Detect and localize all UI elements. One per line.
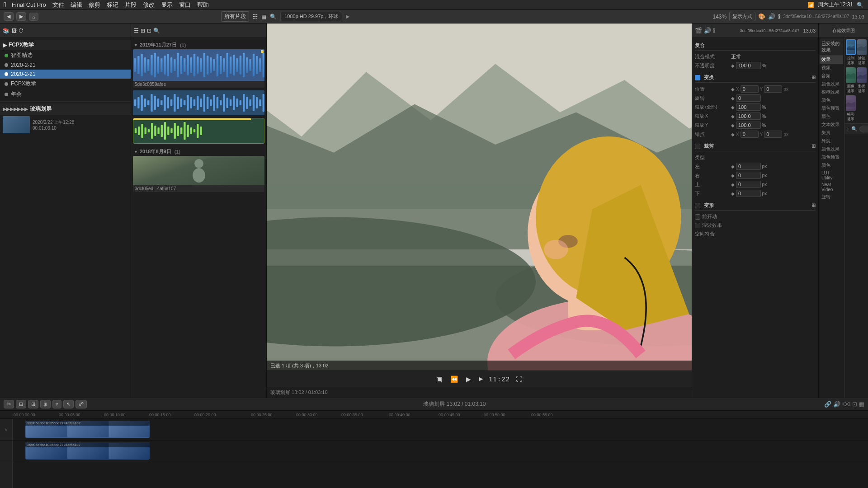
home-button[interactable]: ⌂ — [29, 13, 38, 21]
library-fcpx-header[interactable]: ▶ FCPX教学 — [0, 40, 131, 50]
loop-btn[interactable]: ▶ — [477, 375, 485, 383]
preset-selector[interactable]: 所有片段 — [221, 11, 249, 22]
effect-thumb-2[interactable]: 滤波遮罩 — [857, 39, 867, 66]
sidebar-item-nianhui[interactable]: 年会 — [0, 89, 131, 99]
menu-file[interactable]: 文件 — [52, 1, 64, 9]
browser-filter-icon[interactable]: ⊡ — [147, 28, 151, 34]
back-button[interactable]: ◀ — [4, 12, 14, 21]
menu-mark[interactable]: 标记 — [107, 1, 118, 9]
browser-search-icon[interactable]: 🔍 — [153, 28, 160, 34]
pos-y-input[interactable] — [764, 85, 782, 93]
sidebar-item-2020-1[interactable]: 2020-2-21 — [0, 61, 131, 70]
scale-input[interactable] — [736, 103, 761, 111]
scale-y-input[interactable] — [736, 122, 761, 129]
pos-x-input[interactable] — [741, 85, 759, 93]
effect-cat-effects[interactable]: 效果 — [820, 56, 843, 64]
crop-toggle[interactable] — [695, 144, 700, 149]
crop-bottom-input[interactable] — [736, 190, 761, 197]
rotation-input[interactable] — [736, 94, 761, 102]
sidebar-item-2020-2[interactable]: 2020-2-21 — [0, 70, 131, 79]
clip-appearance[interactable]: ▦ — [261, 14, 266, 20]
transform-toggle[interactable] — [695, 75, 700, 80]
effect-cat-color-preset2[interactable]: 颜色预置 — [820, 153, 843, 161]
timeline-insert-btn[interactable]: ⊕ — [40, 400, 51, 408]
effect-cat-lut[interactable]: LUT Utility — [820, 169, 843, 181]
distort-reset[interactable]: ⊞ — [811, 202, 816, 208]
timeline-tools-btn[interactable]: ▿ — [52, 400, 61, 408]
effect-thumb-4[interactable]: 形状遮罩 — [857, 67, 867, 94]
search-icon[interactable]: 🔍 — [270, 14, 277, 20]
effect-cat-video[interactable]: 视频 — [820, 64, 843, 72]
effect-cat-neat[interactable]: Neat Video — [820, 181, 843, 193]
menu-modify[interactable]: 修改 — [143, 1, 155, 9]
menu-finalcutpro[interactable]: Final Cut Pro — [12, 1, 46, 8]
clip-main-1[interactable]: 3dcf05edca10356bd2724af8a107 — [25, 421, 150, 438]
inspector-audio-icon[interactable]: 🔊 — [704, 27, 711, 34]
distort-toggle[interactable] — [695, 203, 700, 208]
smooth-checkbox[interactable] — [695, 223, 700, 228]
sidebar-item-zhingjing[interactable]: 智图精选 — [0, 50, 131, 61]
forward-button[interactable]: ▶ — [16, 12, 26, 21]
sidebar-item-fcpx[interactable]: FCPX教学 — [0, 79, 131, 89]
timeline-connect-btn[interactable]: ⊞ — [28, 400, 38, 408]
timeline-trim-btn[interactable]: ☍ — [75, 400, 87, 408]
playback-quality[interactable]: ▶ — [346, 14, 349, 19]
menu-clip[interactable]: 片段 — [125, 1, 137, 9]
effect-cat-text-fx[interactable]: 文本效果 — [820, 121, 843, 129]
effect-cat-rotate[interactable]: 旋转 — [820, 193, 843, 201]
effects-search-icon[interactable]: 🔍 — [851, 126, 858, 132]
menu-help[interactable]: 帮助 — [197, 1, 209, 9]
menu-edit[interactable]: 编辑 — [71, 1, 82, 9]
media-card-3[interactable] — [133, 118, 264, 144]
browser-view-icon[interactable]: ☰ — [134, 28, 139, 34]
effect-cat-audio[interactable]: 音频 — [820, 72, 843, 80]
fullscreen-btn[interactable]: ⛶ — [514, 375, 524, 384]
view-options[interactable]: ☷ — [253, 14, 258, 20]
menu-trim[interactable]: 修剪 — [89, 1, 100, 9]
crop-top-input[interactable] — [736, 181, 761, 188]
transform-reset[interactable]: ⊞ — [811, 75, 816, 80]
play-btn[interactable]: ▶ — [464, 375, 473, 384]
menu-view[interactable]: 显示 — [161, 1, 173, 9]
blend-mode-value[interactable]: 正常 — [731, 53, 816, 60]
anchor-x-input[interactable] — [741, 131, 759, 138]
effect-cat-color-preset[interactable]: 颜色预置 — [820, 104, 843, 113]
browser-sort-icon[interactable]: ⊞ — [141, 28, 145, 34]
effects-add-icon[interactable]: + — [846, 126, 849, 132]
effect-cat-color[interactable]: 颜色 — [820, 96, 843, 104]
scale-x-input[interactable] — [736, 113, 761, 120]
clip-main-2[interactable]: 3acf05edca10356bd2724af6a107 — [25, 442, 150, 460]
timeline-zoom-icon[interactable]: ⊡ — [852, 401, 857, 408]
effect-thumb-5[interactable]: 幅彩遮罩 — [846, 95, 856, 122]
effects-search-input[interactable] — [859, 126, 868, 132]
effect-cat-color-fx[interactable]: 颜色效果 — [820, 80, 843, 88]
crop-reset[interactable]: ⊞ — [811, 143, 816, 149]
color-panel-btn[interactable]: 🎨 — [758, 13, 765, 20]
timeline-audio-icon[interactable]: 🔊 — [833, 401, 840, 408]
inspector-btn[interactable]: ℹ — [778, 13, 780, 20]
effect-cat-blur[interactable]: 模糊效果 — [820, 88, 843, 96]
rewind-btn[interactable]: ⏪ — [448, 375, 460, 384]
effect-thumb-1[interactable]: 拉制遮罩 — [846, 39, 856, 66]
effect-cat-color-fx2[interactable]: 颜色效果 — [820, 145, 843, 153]
view-menu-btn[interactable]: 显示方式 — [729, 12, 755, 21]
auto-checkbox[interactable] — [695, 214, 700, 220]
timeline-cut-btn[interactable]: ✂ — [4, 400, 14, 408]
timeline-clip-icon[interactable]: ▦ — [859, 401, 864, 408]
effect-cat-image[interactable]: 颜色 — [820, 113, 843, 121]
aspect-ratio-btn[interactable]: ▣ — [434, 375, 444, 384]
audio-panel-btn[interactable]: 🔊 — [768, 13, 775, 20]
media-card-1[interactable]: 5de3c0859afee — [133, 49, 264, 88]
opacity-input[interactable] — [736, 62, 761, 69]
menu-window[interactable]: 窗口 — [179, 1, 191, 9]
effect-cat-distort[interactable]: 失真 — [820, 129, 843, 137]
anchor-y-input[interactable] — [764, 131, 782, 138]
inspector-info-icon[interactable]: ℹ — [713, 27, 715, 34]
smooth-checkbox-row[interactable]: 混波效果 — [695, 221, 816, 230]
date-group-1[interactable]: ▼ 2019年11月27日 (1) — [133, 40, 264, 49]
effect-cat-color2[interactable]: 颜色 — [820, 161, 843, 169]
timeline-link-icon[interactable]: 🔗 — [824, 401, 831, 408]
inspector-video-icon[interactable]: 🎬 — [695, 27, 702, 34]
media-card-2[interactable] — [133, 90, 264, 115]
timeline-skimmer-icon[interactable]: ⌫ — [842, 401, 850, 408]
